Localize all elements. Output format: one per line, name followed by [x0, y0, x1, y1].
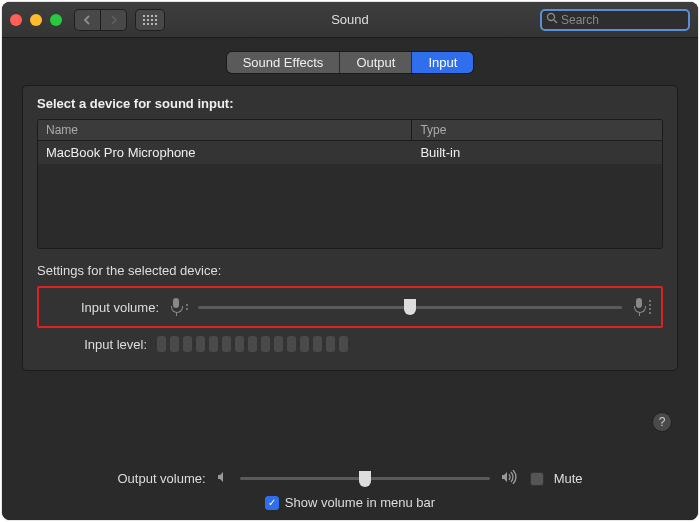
forward-button[interactable] [101, 9, 127, 31]
window-controls [10, 14, 62, 26]
output-volume-slider[interactable] [240, 471, 490, 487]
minimize-button[interactable] [30, 14, 42, 26]
column-type[interactable]: Type [412, 120, 662, 140]
svg-line-1 [554, 20, 557, 23]
table-row[interactable]: MacBook Pro Microphone Built-in [38, 141, 662, 164]
output-slider-thumb[interactable] [359, 471, 371, 487]
mic-low-icon [169, 298, 183, 316]
input-volume-row: Input volume: [49, 298, 651, 316]
tab-output[interactable]: Output [340, 52, 412, 73]
mute-label: Mute [554, 471, 583, 486]
back-button[interactable] [74, 9, 100, 31]
settings-for-device-label: Settings for the selected device: [37, 263, 663, 278]
window-title: Sound [331, 12, 369, 27]
device-name-cell: MacBook Pro Microphone [38, 141, 412, 164]
tab-sound-effects[interactable]: Sound Effects [227, 52, 341, 73]
tab-input[interactable]: Input [412, 52, 473, 73]
slider-thumb[interactable] [404, 299, 416, 315]
help-button[interactable]: ? [652, 412, 672, 432]
input-volume-highlight: Input volume: [37, 286, 663, 328]
table-header: Name Type [38, 120, 662, 141]
show-all-button[interactable] [135, 9, 165, 31]
grid-icon [143, 15, 157, 25]
input-level-label: Input level: [37, 337, 147, 352]
search-placeholder: Search [561, 13, 599, 27]
input-level-meter [157, 336, 348, 352]
show-in-menubar-row: ✓ Show volume in menu bar [32, 495, 668, 510]
sound-tabs: Sound Effects Output Input [22, 52, 678, 73]
column-name[interactable]: Name [38, 120, 412, 140]
mic-low-dots [186, 304, 188, 310]
input-volume-label: Input volume: [49, 300, 159, 315]
speaker-low-icon [216, 470, 230, 487]
input-device-table: Name Type MacBook Pro Microphone Built-i… [37, 119, 663, 249]
speaker-high-icon [500, 470, 520, 487]
bottom-controls: Output volume: Mute ✓ Show volume in men… [2, 470, 698, 510]
nav-back-forward [74, 9, 127, 31]
table-empty-area [38, 164, 662, 248]
mute-checkbox[interactable] [530, 472, 544, 486]
mic-high-icon [632, 298, 646, 316]
input-level-row: Input level: [37, 336, 663, 352]
mic-high-dots [649, 300, 651, 314]
output-volume-row: Output volume: Mute [32, 470, 668, 487]
svg-point-0 [548, 14, 555, 21]
select-device-label: Select a device for sound input: [37, 96, 663, 111]
input-volume-slider[interactable] [198, 299, 622, 315]
input-panel: Select a device for sound input: Name Ty… [22, 85, 678, 371]
content-area: Sound Effects Output Input Select a devi… [2, 38, 698, 371]
output-volume-label: Output volume: [117, 471, 205, 486]
show-in-menubar-label: Show volume in menu bar [285, 495, 435, 510]
search-field[interactable]: Search [540, 9, 690, 31]
sound-preferences-window: Sound Search Sound Effects Output Input … [2, 2, 698, 520]
close-button[interactable] [10, 14, 22, 26]
search-icon [546, 12, 558, 27]
show-in-menubar-checkbox[interactable]: ✓ [265, 496, 279, 510]
device-type-cell: Built-in [412, 141, 662, 164]
titlebar: Sound Search [2, 2, 698, 38]
zoom-button[interactable] [50, 14, 62, 26]
